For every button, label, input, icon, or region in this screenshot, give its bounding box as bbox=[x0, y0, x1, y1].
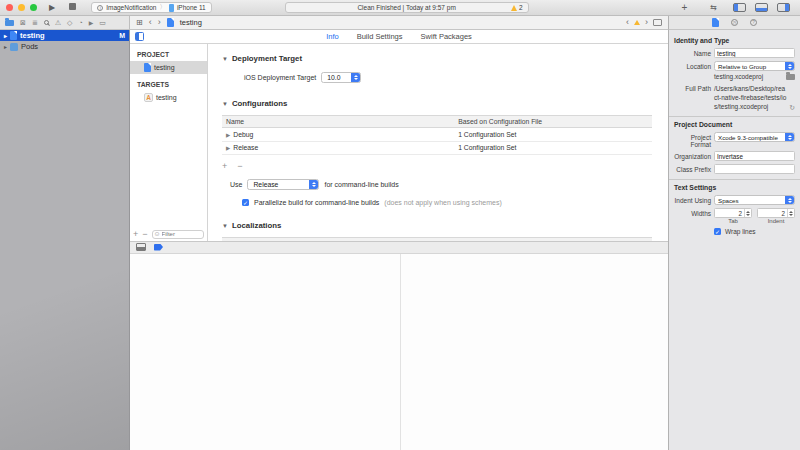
project-targets-pane: PROJECT testing TARGETS A testing + − ⊙ bbox=[130, 44, 208, 241]
add-configuration-button[interactable]: + bbox=[222, 162, 227, 171]
ios-deployment-target-popup[interactable]: 10.0 bbox=[321, 72, 361, 83]
class-prefix-field[interactable] bbox=[714, 164, 795, 174]
remove-target-button[interactable]: − bbox=[142, 230, 147, 239]
command-line-config-popup[interactable]: Release bbox=[247, 179, 319, 190]
disclosure-triangle-icon[interactable]: ▸ bbox=[4, 32, 7, 39]
toggle-inspector-button[interactable] bbox=[777, 3, 790, 12]
add-target-button[interactable]: + bbox=[133, 230, 138, 239]
symbol-navigator-icon[interactable]: ≣ bbox=[32, 19, 38, 26]
issue-warning-icon bbox=[634, 20, 640, 25]
filter-input[interactable] bbox=[162, 231, 201, 237]
quick-help-inspector-icon[interactable]: ? bbox=[750, 19, 757, 26]
go-forward-button[interactable]: › bbox=[158, 18, 161, 27]
toggle-debug-area-button[interactable] bbox=[755, 3, 768, 12]
popup-arrows-icon bbox=[785, 133, 794, 141]
wrap-lines-checkbox[interactable] bbox=[714, 228, 721, 235]
add-editor-button[interactable]: + bbox=[681, 3, 687, 13]
location-popup[interactable]: Relative to Group bbox=[714, 61, 795, 71]
use-suffix-label: for command-line builds bbox=[324, 181, 398, 188]
open-in-finder-icon[interactable] bbox=[786, 74, 795, 80]
test-navigator-icon[interactable]: ◇ bbox=[67, 19, 72, 26]
source-control-navigator-icon[interactable]: ⊠ bbox=[20, 19, 26, 26]
tab-width-stepper[interactable]: 2 bbox=[714, 208, 752, 218]
use-label: Use bbox=[230, 181, 242, 188]
parallelize-label: Parallelize build for command-line build… bbox=[254, 199, 379, 206]
disclosure-triangle-icon[interactable]: ▶ bbox=[226, 145, 230, 151]
stepper-arrows-icon[interactable] bbox=[744, 209, 751, 217]
project-item-label: testing bbox=[154, 64, 175, 71]
indent-using-popup[interactable]: Spaces bbox=[714, 195, 795, 205]
table-row[interactable]: ▶Release 1 Configuration Set bbox=[222, 141, 652, 155]
collapse-section-icon[interactable]: ▼ bbox=[222, 223, 228, 229]
find-navigator-icon[interactable] bbox=[44, 20, 49, 25]
zoom-window-button[interactable] bbox=[30, 4, 37, 11]
status-message: Clean Finished | Today at 9:57 pm bbox=[357, 4, 455, 11]
report-navigator-icon[interactable]: ▭ bbox=[99, 19, 106, 26]
indent-width-stepper[interactable]: 2 bbox=[757, 208, 795, 218]
file-icon bbox=[167, 18, 174, 27]
stop-button[interactable] bbox=[69, 3, 76, 12]
project-document-section-title: Project Document bbox=[674, 121, 795, 128]
modified-badge: M bbox=[119, 32, 125, 39]
project-file-icon bbox=[10, 31, 17, 40]
file-inspector-icon[interactable] bbox=[712, 18, 719, 27]
debug-area-divider[interactable] bbox=[400, 254, 401, 450]
project-navigator-icon[interactable] bbox=[5, 20, 14, 26]
toggle-navigator-button[interactable] bbox=[733, 3, 746, 12]
related-items-icon[interactable]: ⊞ bbox=[136, 19, 143, 27]
configurations-table: Name Based on Configuration File ▶Debug … bbox=[222, 115, 652, 155]
project-item-testing[interactable]: testing bbox=[130, 61, 207, 74]
history-inspector-icon[interactable]: ◷ bbox=[731, 19, 738, 26]
go-back-button[interactable]: ‹ bbox=[149, 18, 152, 27]
tab-info[interactable]: Info bbox=[326, 32, 339, 41]
breakpoint-navigator-icon[interactable]: ▶ bbox=[89, 20, 94, 26]
debug-navigator-icon[interactable]: ◔ bbox=[78, 19, 82, 26]
next-issue-button[interactable]: › bbox=[645, 18, 648, 27]
scheme-selector[interactable]: i ImageNotification 〉 iPhone 11 bbox=[91, 2, 212, 13]
navigator-item-pods[interactable]: ▸ Pods bbox=[0, 41, 129, 52]
filter-field[interactable]: ⊙ bbox=[152, 230, 204, 239]
remove-configuration-button[interactable]: − bbox=[237, 162, 242, 171]
project-format-popup[interactable]: Xcode 9.3-compatible bbox=[714, 132, 795, 142]
disclosure-triangle-icon[interactable]: ▸ bbox=[4, 43, 7, 50]
warning-count-button[interactable]: 2 bbox=[511, 4, 523, 11]
run-button[interactable]: ▶ bbox=[49, 4, 55, 12]
previous-issue-button[interactable]: ‹ bbox=[626, 18, 629, 27]
tab-swift-packages[interactable]: Swift Packages bbox=[421, 32, 472, 41]
widths-label: Widths bbox=[674, 208, 714, 217]
disclosure-triangle-icon[interactable]: ▶ bbox=[226, 132, 230, 138]
breakpoints-toggle-icon[interactable] bbox=[154, 244, 163, 251]
issue-navigator-icon[interactable]: ⚠ bbox=[55, 19, 61, 26]
table-row[interactable]: ▶Debug 1 Configuration Set bbox=[222, 128, 652, 142]
popup-value: Spaces bbox=[715, 197, 742, 204]
editor-layout-icon[interactable] bbox=[653, 19, 662, 26]
column-header-name[interactable]: Name bbox=[222, 116, 454, 128]
project-editor: Info Build Settings Swift Packages PROJE… bbox=[130, 30, 668, 450]
jumpbar-file-name[interactable]: testing bbox=[180, 18, 202, 27]
editor-arrangement-icon[interactable]: ⇆ bbox=[710, 4, 717, 12]
full-path-label: Full Path bbox=[674, 83, 714, 92]
column-header-config-file[interactable]: Based on Configuration File bbox=[454, 116, 652, 128]
organization-field[interactable] bbox=[714, 151, 795, 161]
stepper-arrows-icon[interactable] bbox=[787, 209, 794, 217]
reveal-path-icon[interactable]: ↻ bbox=[789, 104, 795, 111]
target-item-testing[interactable]: A testing bbox=[130, 91, 207, 104]
name-field[interactable] bbox=[714, 48, 795, 58]
parallelize-checkbox[interactable] bbox=[242, 199, 249, 206]
collapse-section-icon[interactable]: ▼ bbox=[222, 101, 228, 107]
tab-caption: Tab bbox=[714, 218, 752, 224]
navigator-item-testing[interactable]: ▸ testing M bbox=[0, 30, 129, 41]
navigator-item-label: testing bbox=[20, 31, 45, 40]
collapse-section-icon[interactable]: ▼ bbox=[222, 56, 228, 62]
close-window-button[interactable] bbox=[6, 4, 13, 11]
debug-bar bbox=[130, 241, 668, 254]
minimize-window-button[interactable] bbox=[18, 4, 25, 11]
section-deployment-target: ▼ Deployment Target bbox=[222, 54, 652, 63]
hide-debug-area-icon[interactable] bbox=[136, 243, 146, 251]
filter-icon: ⊙ bbox=[155, 231, 160, 237]
project-file-icon bbox=[144, 63, 151, 72]
ios-deployment-target-label: iOS Deployment Target bbox=[244, 74, 316, 81]
section-localizations: ▼ Localizations bbox=[222, 221, 652, 230]
tab-build-settings[interactable]: Build Settings bbox=[357, 32, 403, 41]
stepper-value: 2 bbox=[758, 210, 787, 217]
